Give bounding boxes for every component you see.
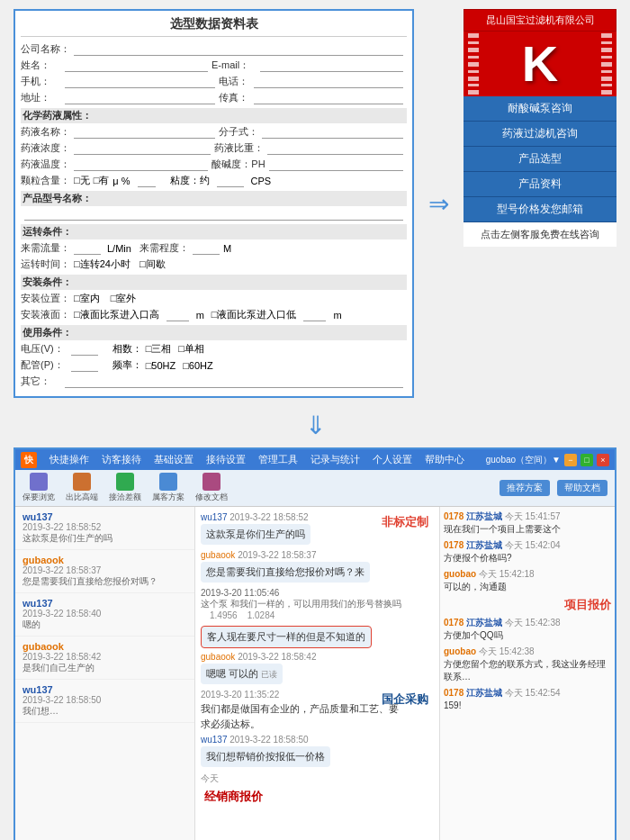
intermittent-cb[interactable]: □间歇 — [140, 257, 166, 271]
right-msg-1: 0178 江苏盐城 今天 15:41:57 现在我们一个项目上需要这个 — [444, 510, 611, 536]
list-item-time: 2019-3-22 18:58:42 — [22, 652, 187, 662]
voltage-row: 电压(V)： 相数： □三相 □单相 — [21, 342, 407, 356]
sub-icon-edit[interactable]: 修改文档 — [195, 473, 228, 503]
section-install: 安装条件： — [21, 275, 407, 290]
outdoor-cb[interactable]: □室外 — [111, 292, 137, 305]
yes-checkbox[interactable]: □有 — [94, 174, 110, 187]
right-annotation-project: 项目报价 — [444, 597, 611, 613]
env-label: 安装位置： — [21, 292, 70, 305]
above-cb[interactable]: □液面比泵进入口高 — [74, 308, 159, 321]
menu-help[interactable]: 帮助中心 — [419, 451, 470, 468]
particle-label: 颗粒含量： — [21, 174, 70, 187]
menu-personal[interactable]: 个人设置 — [367, 451, 418, 468]
right-msg-2: 0178 江苏盐城 今天 15:42:04 方便报个价格吗? — [444, 539, 611, 565]
menu-reception[interactable]: 接待设置 — [201, 451, 251, 468]
continuous-cb[interactable]: □连转24小时 — [74, 257, 130, 271]
msg-bubble: 我们想帮销价按报低一价格 — [201, 746, 330, 767]
list-item-time: 2019-3-22 18:58:37 — [22, 565, 187, 575]
recommend-btn[interactable]: 推荐方案 — [500, 480, 550, 496]
menu-stats[interactable]: 记录与统计 — [305, 451, 365, 468]
model-input — [24, 208, 403, 221]
guoqi-msg: 我们都是做国有企业的，产品质量和工艺、要求必须达标。 — [201, 701, 399, 731]
annotation-jingxiao: 经销商报价 — [204, 789, 263, 805]
chat-msg-wu137-2: wu137 2019-3-22 18:58:50 我们想帮销价按报低一价格 — [201, 735, 434, 767]
msg-time: 2019-3-22 18:58:50 — [230, 735, 308, 745]
single-phase-cb[interactable]: □单相 — [178, 342, 204, 356]
list-item[interactable]: gubaook 2019-3-22 18:58:37 您是需要我们直接给您报价对… — [15, 550, 194, 593]
msg-bubble: 嗯嗯 可以的 已读 — [201, 664, 283, 684]
annotation-feiding-container: wu137 2019-3-22 18:58:52 这款泵是你们生产的吗 guba… — [201, 512, 434, 684]
none-checkbox[interactable]: □无 — [74, 174, 90, 187]
maximize-btn[interactable]: □ — [580, 454, 593, 466]
menu-visitor[interactable]: 访客接待 — [96, 451, 147, 468]
window-controls: guobao（空间）▼ − □ × — [486, 454, 609, 466]
viscosity-unit: CPS — [251, 176, 272, 186]
list-item-time: 2019-3-22 18:58:50 — [22, 695, 187, 705]
list-item[interactable]: wu137 2019-3-22 18:58:52 这款泵是你们生产的吗 — [15, 507, 194, 550]
chat-main: wu137 2019-3-22 18:58:52 这款泵是你们生产的吗 guba… — [195, 507, 439, 840]
annotation-guoqi: 国企采购 — [382, 691, 428, 708]
chat-right-panel: 0178 江苏盐城 今天 15:41:57 现在我们一个项目上需要这个 0178… — [439, 507, 615, 840]
sub-icon-export[interactable]: 出比高端 — [66, 473, 98, 503]
model-row — [21, 208, 407, 221]
company-label: 公司名称： — [21, 42, 70, 56]
gravity-label: 药液比重： — [214, 141, 264, 155]
form-company-row: 公司名称： — [21, 42, 407, 56]
molecular-label: 分子式： — [219, 125, 258, 139]
section-model: 产品型号名称： — [21, 191, 407, 206]
concentration-input — [74, 142, 211, 155]
top-section: 选型数据资料表 公司名称： 姓名： E-mail： 手机： 电话： 地址： 传真… — [0, 0, 630, 407]
freq-50-cb[interactable]: □50HZ — [146, 360, 176, 371]
indoor-cb[interactable]: □室内 — [74, 292, 100, 305]
menu-quick[interactable]: 快捷操作 — [44, 451, 94, 468]
menu-basic[interactable]: 基础设置 — [148, 451, 199, 468]
list-item-preview: 我们想… — [22, 705, 187, 718]
list-item[interactable]: wu137 2019-3-22 18:58:50 我们想… — [15, 680, 194, 723]
sender-name: gubaook — [201, 652, 235, 662]
barcode-right — [601, 32, 612, 96]
freq-60-cb[interactable]: □60HZ — [183, 360, 213, 371]
phase-label: 相数： — [112, 342, 142, 356]
sub-icon-browse[interactable]: 保要浏览 — [22, 473, 55, 503]
list-item[interactable]: wu137 2019-3-22 18:58:40 嗯的 — [15, 593, 194, 637]
menu-item-1[interactable]: 药液过滤机咨询 — [464, 122, 616, 147]
minimize-btn[interactable]: − — [564, 454, 577, 466]
sub-icon-guest[interactable]: 属客方案 — [152, 473, 184, 503]
address-input — [65, 92, 215, 104]
right-msg-4: 0178 江苏盐城 今天 15:42:38 方便加个QQ吗 — [444, 617, 611, 642]
arrow-down-1: ⇓ — [0, 407, 630, 444]
chat-right-btns: 推荐方案 帮助文档 — [500, 480, 608, 496]
address-label: 地址： — [21, 91, 61, 104]
menu-item-2[interactable]: 产品选型 — [464, 147, 616, 172]
below-cb[interactable]: □液面比泵进入口低 — [212, 308, 297, 321]
company-panel: 昆山国宝过滤机有限公司 K 耐酸碱泵咨询 药液过滤机咨询 产品选型 产品资料 型… — [464, 9, 616, 398]
section-chemical: 化学药液属性： — [21, 108, 407, 123]
fax-input — [254, 92, 404, 104]
email-label: E-mail： — [212, 59, 256, 72]
above-unit: m — [196, 310, 204, 321]
fax-label: 传真： — [219, 91, 250, 104]
sub-icon-contact[interactable]: 接洽差额 — [109, 473, 141, 503]
company-logo: K — [464, 32, 616, 96]
form-address-fax-row: 地址： 传真： — [21, 91, 407, 104]
annotation-feiding: 非标定制 — [382, 514, 428, 530]
msg-time: 2019-3-22 18:58:52 — [230, 512, 308, 522]
menu-management[interactable]: 管理工具 — [253, 451, 303, 468]
phone-label: 手机： — [21, 75, 61, 88]
menu-item-0[interactable]: 耐酸碱泵咨询 — [464, 96, 616, 122]
help-btn[interactable]: 帮助文档 — [557, 480, 608, 496]
menu-item-4[interactable]: 型号价格发您邮箱 — [464, 197, 616, 222]
time-label: 运转时间： — [21, 257, 70, 271]
install-type-row: 安装液面： □液面比泵进入口高 m □液面比泵进入口低 m — [21, 308, 407, 321]
close-btn[interactable]: × — [597, 454, 609, 466]
menu-item-3[interactable]: 产品资料 — [464, 172, 616, 197]
chat-msg-gubaook-2: gubaook 2019-3-22 18:58:42 嗯嗯 可以的 已读 — [201, 652, 434, 684]
list-item-preview: 这款泵是你们生产的吗 — [22, 532, 187, 545]
msg-header: gubaook 2019-3-22 18:58:37 — [201, 550, 434, 560]
list-item-name: wu137 — [22, 684, 187, 695]
three-phase-cb[interactable]: □三相 — [146, 342, 172, 356]
list-item[interactable]: gubaook 2019-3-22 18:58:42 是我们自己生产的 — [15, 637, 194, 680]
email-input — [260, 59, 403, 72]
right-sender: 0178 — [444, 511, 464, 521]
chat-body: wu137 2019-3-22 18:58:52 这款泵是你们生产的吗 guba… — [15, 507, 615, 840]
